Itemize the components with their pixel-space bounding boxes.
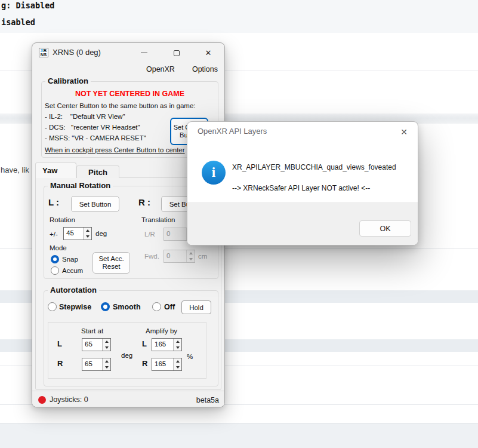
cm-unit-label: cm (198, 253, 207, 260)
translation-label: Translation (141, 216, 175, 223)
close-icon: ✕ (400, 127, 408, 137)
smooth-radio[interactable] (101, 302, 110, 311)
tab-pitch[interactable]: Pitch (76, 165, 119, 178)
amplify-left-stepper[interactable]: 165 (152, 338, 182, 351)
spinner-up-icon[interactable] (174, 358, 181, 364)
joysticks-status: Joysticks: 0 (50, 395, 88, 404)
menu-options[interactable]: Options (192, 64, 218, 75)
rotation-stepper[interactable]: 45 (63, 227, 92, 240)
menu-openxr[interactable]: OpenXR (146, 64, 175, 75)
background-partial-text: have, lik (1, 165, 29, 174)
spinner-up-icon[interactable] (84, 228, 91, 234)
deg-unit-label: deg (95, 230, 107, 237)
percent-unit-label: % (187, 353, 193, 360)
off-radio[interactable] (152, 302, 161, 311)
close-button[interactable]: ✕ (198, 46, 218, 60)
mode-label: Mode (50, 244, 67, 251)
menu-bar: OpenXR Options (146, 64, 218, 75)
status-bar: Joysticks: 0 beta5a (32, 391, 224, 407)
maximize-icon (174, 50, 180, 56)
stepper-value: 65 (82, 339, 102, 351)
plus-minus-label: +/- (50, 231, 58, 238)
joystick-status-icon (38, 396, 46, 404)
start-right-stepper[interactable]: 65 (82, 358, 111, 371)
calibration-line: - DCS: "recenter VR Headset" (45, 124, 140, 131)
xrns-app-icon: XR NS (39, 48, 48, 57)
accum-label: Accum (62, 267, 83, 274)
set-acc-line1: Set Acc. (98, 255, 124, 262)
fwd-stepper-disabled: 0 (164, 250, 195, 263)
set-acc-line2: Reset (102, 263, 120, 270)
screen: g: Disabled isabled have, lik XR NS XRNS… (0, 0, 478, 448)
accum-radio[interactable] (51, 266, 59, 275)
spinner-down-icon[interactable] (84, 234, 91, 240)
spinner-up-icon[interactable] (174, 339, 181, 345)
stepper-value: 165 (152, 358, 173, 370)
group-title: Autorotation (48, 286, 99, 294)
background-console-text: isabled (1, 17, 35, 27)
page-header-band (0, 0, 478, 33)
deg-unit-label: deg (121, 352, 132, 359)
calibration-instruction: Set Center Button to the same button as … (45, 102, 196, 109)
stepper-value: 65 (82, 358, 102, 370)
minimize-button[interactable] (134, 46, 154, 60)
hold-button[interactable]: Hold (181, 300, 211, 314)
set-button-left[interactable]: Set Button (71, 196, 119, 212)
start-at-header: Start at (81, 327, 103, 335)
calibration-line: - IL-2: "Default VR View" (45, 113, 125, 120)
group-title: Manual Rotation (48, 181, 113, 190)
stepwise-label: Stepwise (59, 303, 91, 311)
spinner-down-icon[interactable] (174, 345, 181, 351)
page-footer-band (0, 423, 478, 448)
stepper-arrows (102, 358, 110, 370)
spinner-down-icon[interactable] (103, 364, 110, 370)
snap-label: Snap (62, 256, 78, 263)
left-label: L : (48, 197, 59, 207)
icon-letter: S (44, 52, 47, 57)
info-icon: i (202, 161, 226, 185)
close-icon: ✕ (205, 48, 212, 57)
info-glyph: i (212, 165, 215, 180)
spinner-up-icon[interactable] (103, 339, 110, 345)
stepper-value: 0 (164, 228, 186, 240)
minimize-icon (141, 53, 147, 54)
l-label: L (142, 339, 147, 348)
window-title: XRNS (0 deg) (53, 48, 101, 57)
calibration-warning: NOT YET CENTERED IN GAME (42, 90, 218, 98)
dialog-close-button[interactable]: ✕ (397, 125, 411, 139)
spinner-down-icon[interactable] (103, 345, 110, 351)
amplify-right-stepper[interactable]: 165 (152, 358, 182, 371)
stepper-value: 0 (164, 250, 186, 262)
stepwise-radio[interactable] (48, 302, 57, 311)
ok-button[interactable]: OK (359, 220, 411, 237)
stepper-arrows (173, 358, 181, 370)
stepper-value: 45 (64, 228, 83, 240)
stepper-arrows (186, 250, 195, 262)
off-label: Off (164, 303, 175, 311)
maximize-button[interactable] (166, 46, 187, 60)
tab-yaw[interactable]: Yaw (35, 162, 76, 178)
snap-radio[interactable] (51, 255, 59, 263)
r-label: R (57, 359, 63, 368)
background-console-text: g: Disabled (1, 1, 54, 10)
spinner-up-icon (187, 250, 195, 256)
start-left-stepper[interactable]: 65 (82, 338, 111, 351)
set-acc-reset-button[interactable]: Set Acc.Reset (92, 252, 130, 274)
dialog-title: OpenXR API Layers (198, 127, 267, 136)
dialog-message-line2: --> XRNeckSafer API Layer NOT active! <-… (232, 184, 370, 192)
openxr-api-layers-dialog: OpenXR API Layers ✕ i XR_APILAYER_MBUCCH… (187, 121, 418, 246)
r-label: R (142, 359, 147, 368)
spinner-up-icon[interactable] (103, 358, 110, 364)
autorotation-group: Autorotation Stepwise Smooth Off Hold St… (44, 290, 218, 386)
autorotation-values-panel: Start at Amplify by L 65 L 165 deg % R 6… (48, 322, 206, 379)
version-label: beta5a (196, 396, 219, 404)
stepper-arrows (173, 339, 181, 351)
group-title: Calibration (45, 76, 91, 85)
calibration-line: - MSFS: "VR - CAMERA RESET" (45, 134, 146, 142)
spinner-down-icon[interactable] (174, 364, 181, 370)
stepper-arrows (102, 339, 110, 351)
rotation-label: Rotation (50, 216, 75, 223)
l-label: L (57, 339, 62, 348)
stepper-value: 165 (152, 339, 173, 351)
spinner-down-icon (187, 256, 195, 262)
